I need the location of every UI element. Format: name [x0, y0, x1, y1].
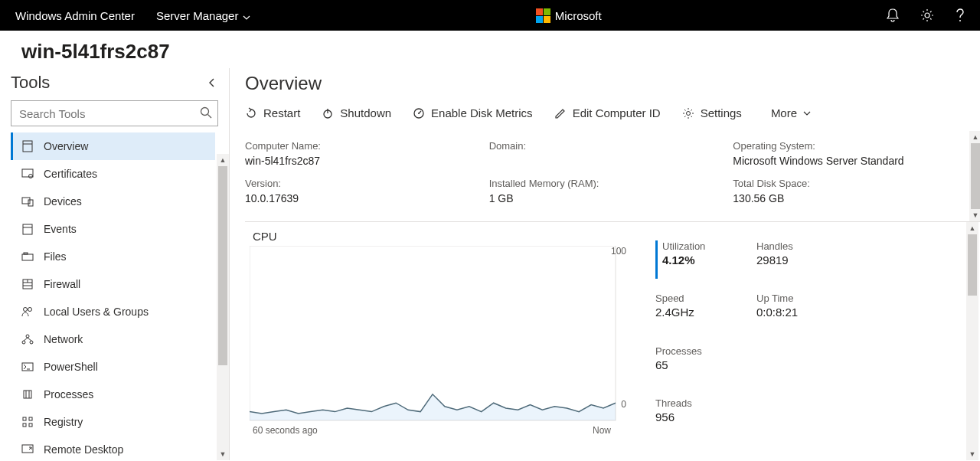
sidebar-item-label: Devices [44, 195, 82, 208]
sidebar-item-devices[interactable]: Devices [11, 188, 215, 215]
sidebar-item-label: PowerShell [44, 361, 98, 373]
page-title: Overview [245, 73, 980, 94]
tool-list: Overview Certificates Devices Events Fil… [11, 132, 218, 460]
svg-point-19 [28, 308, 32, 312]
utilization-value: 4.12% [662, 253, 747, 266]
help-icon[interactable] [956, 8, 965, 22]
svg-point-38 [418, 113, 420, 114]
sidebar-item-registry[interactable]: Registry [11, 408, 215, 436]
system-info-panel: Computer Name:win-5l41frs2c87 Domain: Op… [245, 131, 980, 222]
sidebar-item-label: Remote Desktop [44, 443, 123, 456]
speed-label: Speed [655, 293, 747, 304]
restart-icon [245, 107, 257, 119]
cpu-chart: 100 0 [250, 246, 632, 423]
os-label: Operating System: [733, 140, 962, 152]
utilization-label: Utilization [662, 240, 747, 252]
chevron-down-icon [803, 111, 811, 116]
handles-label: Handles [756, 240, 848, 252]
sidebar-item-processes[interactable]: Processes [11, 381, 215, 408]
processes-label: Processes [655, 345, 747, 357]
speed-value: 2.4GHz [655, 306, 747, 319]
host-header: win-5l41frs2c87 [0, 31, 980, 68]
remote-desktop-icon [21, 444, 34, 455]
sidebar-item-events[interactable]: Events [11, 215, 215, 243]
cpu-stats: Utilization4.12% Handles29819 Speed2.4GH… [655, 230, 848, 436]
svg-rect-13 [24, 253, 28, 254]
cpu-section-title: CPU [250, 230, 632, 243]
svg-rect-30 [29, 417, 32, 420]
notifications-icon[interactable] [887, 8, 899, 22]
overview-icon [21, 140, 34, 152]
disk-value: 130.56 GB [733, 192, 962, 204]
enable-disk-metrics-button[interactable]: Enable Disk Metrics [413, 106, 533, 119]
events-icon [21, 223, 34, 235]
edit-computer-id-button[interactable]: Edit Computer ID [554, 106, 661, 119]
sidebar-item-label: Files [44, 250, 67, 263]
os-value: Microsoft Windows Server Standard [733, 155, 962, 167]
sidebar-scrollbar[interactable]: ▲ ▼ [217, 154, 229, 460]
power-icon [322, 107, 334, 119]
search-input[interactable] [11, 100, 218, 126]
app-title[interactable]: Windows Admin Center [15, 9, 135, 22]
sidebar-item-label: Network [44, 333, 83, 345]
computer-name-label: Computer Name: [245, 140, 474, 152]
cpu-y-max: 100 [611, 246, 626, 257]
svg-rect-4 [23, 141, 32, 152]
sidebar-item-powershell[interactable]: PowerShell [11, 353, 215, 381]
chevron-down-icon [243, 9, 250, 22]
more-button[interactable]: More [771, 106, 811, 119]
users-icon [21, 306, 34, 317]
uptime-label: Up Time [756, 293, 848, 304]
svg-point-2 [201, 108, 209, 116]
tools-heading: Tools [11, 73, 50, 93]
sidebar-item-network[interactable]: Network [11, 325, 215, 353]
search-icon[interactable] [200, 106, 212, 121]
threads-value: 956 [655, 410, 747, 423]
info-scrollbar[interactable]: ▲ ▼ [969, 131, 980, 221]
sidebar-item-users[interactable]: Local Users & Groups [11, 298, 215, 325]
settings-button[interactable]: Settings [682, 106, 742, 119]
registry-icon [21, 417, 34, 427]
svg-point-7 [29, 175, 33, 178]
sidebar-item-remote-desktop[interactable]: Remote Desktop [11, 436, 215, 460]
svg-rect-26 [24, 391, 31, 398]
ram-label: Installed Memory (RAM): [489, 178, 718, 189]
sidebar-item-label: Firewall [44, 278, 80, 290]
restart-button[interactable]: Restart [245, 106, 300, 119]
svg-rect-32 [29, 423, 32, 427]
svg-point-22 [30, 341, 33, 344]
sidebar-item-label: Events [44, 223, 77, 235]
svg-rect-9 [28, 200, 33, 206]
svg-point-0 [925, 13, 929, 18]
svg-rect-29 [23, 417, 26, 420]
svg-line-23 [24, 338, 28, 341]
server-manager-dropdown[interactable]: Server Manager [156, 9, 251, 22]
svg-point-18 [24, 308, 28, 312]
collapse-sidebar-icon[interactable] [204, 76, 218, 90]
sidebar-item-label: Overview [44, 140, 88, 152]
svg-line-3 [208, 115, 212, 119]
powershell-icon [21, 362, 34, 371]
gear-icon[interactable] [920, 8, 934, 22]
sidebar-item-label: Local Users & Groups [44, 306, 149, 318]
shutdown-button[interactable]: Shutdown [322, 106, 391, 119]
sidebar-item-overview[interactable]: Overview [11, 132, 215, 160]
overview-toolbar: Restart Shutdown Enable Disk Metrics Edi… [245, 106, 980, 131]
sidebar-item-certificates[interactable]: Certificates [11, 160, 215, 188]
sidebar-item-firewall[interactable]: Firewall [11, 270, 215, 298]
cpu-x-left: 60 seconds ago [253, 425, 318, 436]
sidebar-item-files[interactable]: Files [11, 243, 215, 270]
gear-icon [682, 107, 694, 119]
brand: Microsoft [250, 8, 887, 23]
network-icon [21, 334, 34, 345]
cpu-scrollbar[interactable]: ▲ ▼ [966, 222, 978, 460]
svg-point-20 [26, 335, 29, 338]
content-area: Overview Restart Shutdown Enable Disk Me… [230, 68, 980, 460]
disk-label: Total Disk Space: [733, 178, 962, 189]
ram-value: 1 GB [489, 192, 718, 204]
tools-sidebar: Tools Overview Certificates Devices [0, 68, 230, 460]
certificates-icon [21, 168, 34, 179]
svg-point-39 [686, 111, 690, 115]
server-manager-label: Server Manager [156, 9, 239, 22]
sidebar-item-label: Certificates [44, 168, 97, 180]
